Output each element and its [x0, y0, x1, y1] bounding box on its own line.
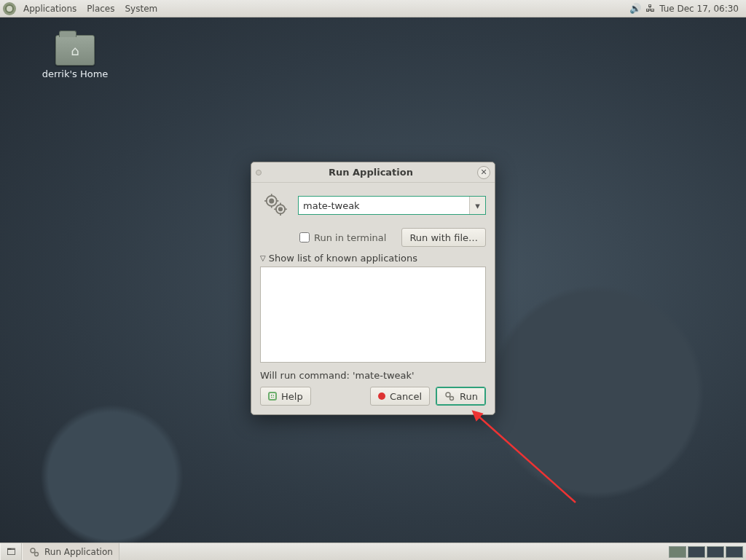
command-dropdown-button[interactable]: ▾ — [469, 197, 485, 214]
run-application-dialog: Run Application ✕ ▾ — [251, 162, 495, 415]
run-button[interactable]: Run — [436, 387, 486, 406]
run-in-terminal-label: Run in terminal — [314, 232, 386, 243]
home-folder-icon[interactable]: ⌂ derrik's Home — [35, 35, 115, 79]
cancel-button[interactable]: Cancel — [370, 387, 430, 406]
window-menu-icon[interactable] — [256, 170, 262, 176]
command-combo[interactable]: ▾ — [298, 196, 486, 215]
workspace-2[interactable] — [688, 546, 705, 558]
dialog-titlebar[interactable]: Run Application ✕ — [251, 162, 495, 183]
help-icon — [268, 392, 277, 401]
workspace-1[interactable] — [669, 546, 686, 558]
task-label: Run Application — [44, 547, 113, 557]
mate-logo-icon[interactable] — [3, 2, 16, 15]
run-in-terminal-checkbox[interactable]: Run in terminal — [299, 232, 386, 243]
status-text: Will run command: 'mate-tweak' — [260, 370, 486, 381]
bottom-panel: 🗔 Run Application — [0, 543, 746, 560]
folder-icon: ⌂ — [55, 35, 95, 66]
known-apps-expander[interactable]: ▽ Show list of known applications — [260, 253, 486, 264]
known-apps-list[interactable] — [260, 267, 486, 363]
gears-icon — [260, 190, 291, 221]
clock[interactable]: Tue Dec 17, 06:30 — [659, 4, 739, 14]
volume-icon[interactable]: 🔊 — [629, 3, 641, 14]
network-icon[interactable]: 🖧 — [645, 3, 655, 14]
menu-system[interactable]: System — [120, 1, 162, 16]
home-folder-label: derrik's Home — [42, 68, 109, 79]
stop-icon — [378, 393, 385, 400]
workspace-switcher[interactable] — [666, 546, 746, 558]
run-in-terminal-input[interactable] — [299, 232, 310, 242]
workspace-3[interactable] — [707, 546, 724, 558]
menu-places[interactable]: Places — [82, 1, 119, 16]
close-button[interactable]: ✕ — [477, 166, 490, 179]
workspace-4[interactable] — [726, 546, 743, 558]
chevron-down-icon: ▾ — [475, 200, 480, 211]
svg-point-15 — [31, 548, 35, 553]
home-glyph-icon: ⌂ — [56, 36, 94, 65]
expander-label: Show list of known applications — [269, 253, 417, 264]
svg-point-1 — [270, 199, 273, 202]
show-desktop-button[interactable]: 🗔 — [0, 543, 22, 560]
run-with-file-button[interactable]: Run with file… — [401, 228, 486, 247]
task-run-application[interactable]: Run Application — [22, 543, 119, 560]
top-panel: Applications Places System 🔊 🖧 Tue Dec 1… — [0, 0, 746, 17]
show-desktop-icon: 🗔 — [7, 547, 15, 557]
menu-applications[interactable]: Applications — [19, 1, 81, 16]
svg-point-12 — [446, 393, 450, 397]
run-gears-icon — [444, 390, 455, 402]
triangle-down-icon: ▽ — [260, 254, 266, 262]
command-input[interactable] — [299, 197, 469, 214]
svg-point-16 — [35, 552, 39, 556]
task-gears-icon — [28, 546, 40, 558]
svg-point-3 — [279, 208, 282, 210]
help-button[interactable]: Help — [260, 387, 311, 406]
svg-point-13 — [450, 397, 454, 401]
dialog-title: Run Application — [264, 167, 477, 178]
